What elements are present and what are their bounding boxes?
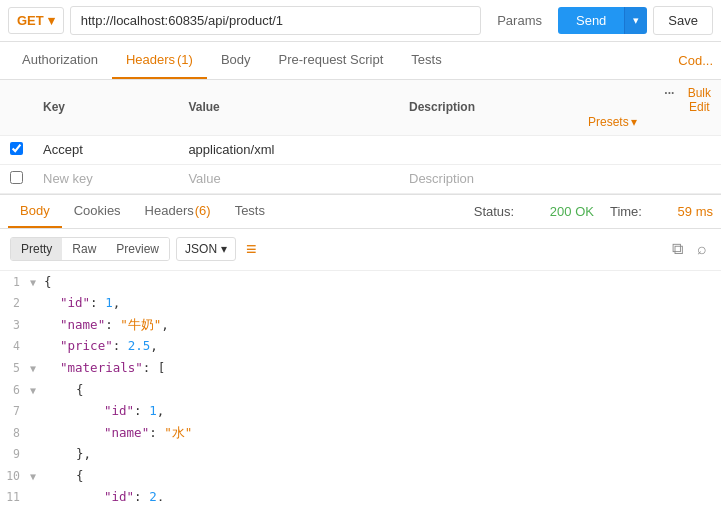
json-line-4: 4 "price": 2.5, bbox=[0, 335, 721, 357]
header-key-new[interactable]: New key bbox=[33, 164, 178, 193]
resp-tab-cookies[interactable]: Cookies bbox=[62, 195, 133, 228]
tab-authorization[interactable]: Authorization bbox=[8, 42, 112, 79]
resp-tab-body[interactable]: Body bbox=[8, 195, 62, 228]
col-checkbox bbox=[0, 80, 33, 135]
view-pretty-button[interactable]: Pretty bbox=[11, 238, 62, 260]
params-button[interactable]: Params bbox=[487, 8, 552, 33]
header-key-accept[interactable]: Accept bbox=[33, 135, 178, 164]
json-line-8: 8 "name": "水" bbox=[0, 422, 721, 444]
response-toolbar: Pretty Raw Preview JSON ▾ ≡ ⧉ ⌕ bbox=[0, 229, 721, 271]
format-select[interactable]: JSON ▾ bbox=[176, 237, 236, 261]
view-raw-button[interactable]: Raw bbox=[62, 238, 106, 260]
response-section: Body Cookies Headers(6) Tests Status: 20… bbox=[0, 194, 721, 501]
json-line-2: 2 "id": 1, bbox=[0, 292, 721, 314]
time-label: Time: bbox=[610, 204, 642, 219]
status-label: Status: bbox=[474, 204, 514, 219]
search-button[interactable]: ⌕ bbox=[693, 236, 711, 262]
method-label: GET bbox=[17, 13, 44, 28]
save-button[interactable]: Save bbox=[653, 6, 713, 35]
toggle-10[interactable]: ▼ bbox=[30, 468, 44, 485]
response-tab-nav: Body Cookies Headers(6) Tests Status: 20… bbox=[0, 195, 721, 229]
request-tab-nav: Authorization Headers(1) Body Pre-reques… bbox=[0, 42, 721, 80]
top-bar: GET ▾ Params Send ▾ Save bbox=[0, 0, 721, 42]
time-value: 59 ms bbox=[678, 204, 713, 219]
col-value: Value bbox=[178, 80, 399, 135]
json-line-10: 10 ▼ { bbox=[0, 465, 721, 487]
json-code-view: 1 ▼ { 2 "id": 1, 3 "name": "牛奶", 4 "pric… bbox=[0, 271, 721, 501]
tab-body[interactable]: Body bbox=[207, 42, 265, 79]
send-button[interactable]: Send bbox=[558, 7, 624, 34]
send-dropdown-button[interactable]: ▾ bbox=[624, 7, 647, 34]
response-icon-group: ⧉ ⌕ bbox=[668, 236, 711, 262]
col-key: Key bbox=[33, 80, 178, 135]
tab-headers[interactable]: Headers(1) bbox=[112, 42, 207, 79]
json-line-3: 3 "name": "牛奶", bbox=[0, 314, 721, 336]
json-line-11: 11 "id": 2, bbox=[0, 486, 721, 501]
header-value-accept[interactable]: application/xml bbox=[178, 135, 399, 164]
toggle-5[interactable]: ▼ bbox=[30, 360, 44, 377]
header-description-accept[interactable] bbox=[399, 135, 578, 164]
header-checkbox-new[interactable] bbox=[10, 171, 23, 184]
response-status: Status: 200 OK Time: 59 ms bbox=[474, 204, 713, 219]
json-line-1: 1 ▼ { bbox=[0, 271, 721, 293]
presets-button[interactable]: Presets ▾ bbox=[588, 115, 637, 129]
send-btn-group: Send ▾ bbox=[558, 7, 647, 34]
json-line-7: 7 "id": 1, bbox=[0, 400, 721, 422]
view-group: Pretty Raw Preview bbox=[10, 237, 170, 261]
status-value: 200 OK bbox=[550, 204, 594, 219]
toggle-1[interactable]: ▼ bbox=[30, 274, 44, 291]
url-input[interactable] bbox=[70, 6, 481, 35]
json-line-5: 5 ▼ "materials": [ bbox=[0, 357, 721, 379]
view-preview-button[interactable]: Preview bbox=[106, 238, 169, 260]
col-actions: ··· Bulk Edit Presets ▾ bbox=[578, 80, 721, 135]
headers-section: Key Value Description ··· Bulk Edit Pres… bbox=[0, 80, 721, 194]
copy-button[interactable]: ⧉ bbox=[668, 236, 687, 262]
method-chevron-icon: ▾ bbox=[48, 13, 55, 28]
json-line-9: 9 }, bbox=[0, 443, 721, 465]
tab-tests[interactable]: Tests bbox=[397, 42, 455, 79]
header-checkbox-accept[interactable] bbox=[10, 142, 23, 155]
code-link[interactable]: Cod... bbox=[678, 43, 713, 78]
headers-table: Key Value Description ··· Bulk Edit Pres… bbox=[0, 80, 721, 194]
ellipsis-button[interactable]: ··· bbox=[664, 86, 674, 100]
bulk-edit-button[interactable]: Bulk Edit bbox=[688, 86, 711, 115]
json-line-6: 6 ▼ { bbox=[0, 379, 721, 401]
header-value-new[interactable]: Value bbox=[178, 164, 399, 193]
resp-tab-headers[interactable]: Headers(6) bbox=[133, 195, 223, 228]
header-desc-new[interactable]: Description bbox=[399, 164, 578, 193]
header-row-new: New key Value Description bbox=[0, 164, 721, 193]
sort-icon-button[interactable]: ≡ bbox=[242, 235, 261, 264]
resp-tab-tests[interactable]: Tests bbox=[223, 195, 277, 228]
toggle-6[interactable]: ▼ bbox=[30, 382, 44, 399]
header-row-accept: Accept application/xml bbox=[0, 135, 721, 164]
tab-prerequest[interactable]: Pre-request Script bbox=[265, 42, 398, 79]
method-select[interactable]: GET ▾ bbox=[8, 7, 64, 34]
col-description: Description bbox=[399, 80, 578, 135]
